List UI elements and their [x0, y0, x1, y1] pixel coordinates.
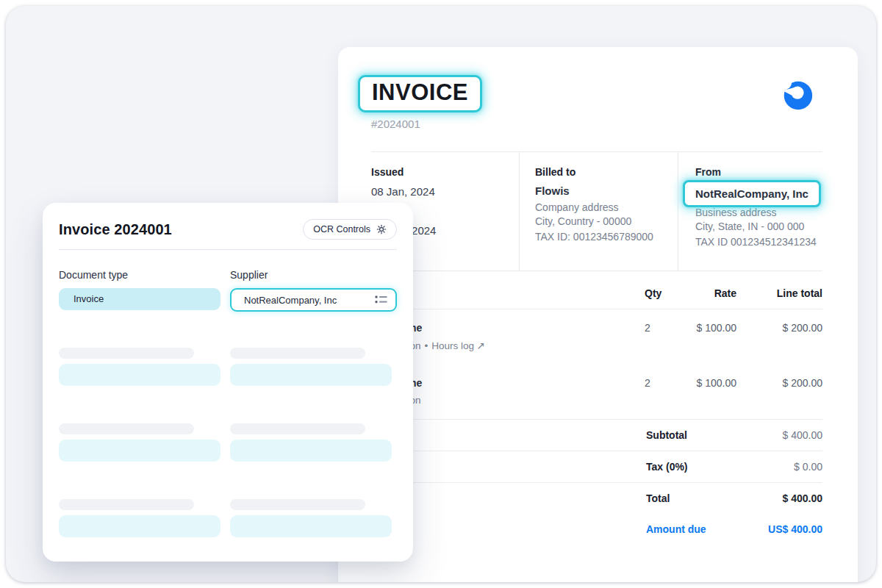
- total-label: Total: [646, 492, 783, 504]
- item-qty: 2: [645, 322, 687, 334]
- skeleton-label-bar: [230, 348, 365, 359]
- amount-due-row: Amount due US$ 400.00: [371, 514, 822, 545]
- supplier-input[interactable]: NotRealCompany, Inc: [230, 288, 397, 312]
- panel-title: Invoice 2024001: [59, 221, 172, 238]
- table-row: Item name Description 2 $ 100.00 $ 200.0…: [371, 365, 822, 420]
- subtotal-label: Subtotal: [646, 429, 783, 441]
- flowis-logo-icon: [778, 76, 815, 113]
- subtotal-row: Subtotal $ 400.00: [371, 420, 822, 451]
- billed-to-address-2: City, Country - 00000: [535, 215, 678, 228]
- invoice-title: INVOICE: [372, 79, 468, 106]
- issued-label: Issued: [371, 166, 519, 178]
- billed-to-tax-id: TAX ID: 00123456789000: [535, 230, 678, 243]
- item-rate: $ 100.00: [687, 377, 736, 389]
- skeleton-label-bar: [230, 499, 365, 510]
- table-row: Item name Description•Hours log ↗ 2 $ 10…: [371, 309, 822, 365]
- header-qty: Qty: [645, 287, 687, 299]
- invoice-document: INVOICE #2024001 Issued 08 Jan, 2024 08 …: [338, 47, 858, 582]
- ocr-controls-button[interactable]: OCR Controls: [303, 219, 397, 240]
- document-type-label: Document type: [59, 269, 230, 281]
- skeleton-label-bar: [59, 423, 194, 434]
- billed-to-block: Billed to Flowis Company address City, C…: [519, 152, 678, 270]
- skeleton-field-row: [59, 499, 397, 537]
- issued-date: 08 Jan, 2024: [371, 185, 519, 198]
- billed-to-name: Flowis: [535, 184, 678, 197]
- skeleton-label-bar: [59, 499, 194, 510]
- amount-due-label: Amount due: [646, 523, 768, 535]
- ocr-panel: Invoice 2024001 OCR Controls Document ty…: [43, 203, 413, 562]
- tax-row: Tax (0%) $ 0.00: [371, 451, 822, 483]
- from-block: From NotRealCompany, Inc Business addres…: [678, 152, 822, 270]
- tax-label: Tax (0%): [646, 461, 794, 473]
- invoice-header: INVOICE #2024001: [371, 75, 822, 130]
- billed-to-label: Billed to: [535, 166, 678, 178]
- item-line-total: $ 200.00: [736, 322, 822, 334]
- from-label: From: [695, 166, 822, 178]
- skeleton-value-bar: [59, 364, 220, 386]
- supplier-label: Supplier: [230, 269, 397, 281]
- from-tax-id: TAX ID 001234512341234: [695, 235, 822, 248]
- from-address-2: City, State, IN - 000 000: [695, 220, 822, 233]
- skeleton-value-bar: [59, 515, 220, 537]
- item-line-total: $ 200.00: [736, 377, 822, 389]
- skeleton-field-row: [59, 348, 397, 386]
- gear-icon: [376, 224, 387, 234]
- header-line-total: Line total: [736, 287, 822, 299]
- document-type-field: Document type Invoice: [59, 269, 230, 312]
- skeleton-value-bar: [230, 440, 392, 462]
- skeleton-field-row: [59, 423, 397, 462]
- skeleton-label-bar: [230, 423, 365, 434]
- ocr-controls-label: OCR Controls: [313, 224, 370, 234]
- item-qty: 2: [645, 377, 687, 389]
- skeleton-value-bar: [230, 515, 392, 537]
- total-row: Total $ 400.00: [371, 483, 822, 514]
- from-name: NotRealCompany, Inc: [695, 187, 808, 200]
- skeleton-value-bar: [230, 364, 392, 386]
- hours-log-link[interactable]: Hours log: [431, 340, 474, 351]
- supplier-field: Supplier NotRealCompany, Inc: [230, 269, 397, 312]
- amount-due-value: US$ 400.00: [768, 523, 822, 535]
- total-value: $ 400.00: [783, 492, 823, 504]
- skeleton-label-bar: [59, 348, 194, 359]
- table-header-row: Qty Rate Line total: [371, 287, 822, 309]
- invoice-title-highlight[interactable]: INVOICE: [358, 75, 482, 112]
- tax-value: $ 0.00: [794, 461, 822, 473]
- panel-divider: [59, 249, 397, 250]
- header-rate: Rate: [687, 287, 736, 299]
- document-type-value[interactable]: Invoice: [59, 288, 220, 310]
- invoice-number: #2024001: [371, 118, 822, 130]
- line-items-table: Qty Rate Line total Item name Descriptio…: [371, 287, 822, 545]
- supplier-name-highlight[interactable]: NotRealCompany, Inc: [683, 180, 821, 207]
- bullet-separator: •: [425, 340, 429, 351]
- supplier-value: NotRealCompany, Inc: [244, 295, 337, 306]
- external-link-icon: ↗: [477, 340, 485, 351]
- skeleton-value-bar: [59, 440, 220, 462]
- item-rate: $ 100.00: [687, 322, 736, 334]
- app-canvas: INVOICE #2024001 Issued 08 Jan, 2024 08 …: [6, 6, 876, 582]
- billed-to-address-1: Company address: [535, 201, 678, 214]
- invoice-meta-section: Issued 08 Jan, 2024 08 Feb, 2024 Billed …: [371, 151, 822, 271]
- list-icon[interactable]: [375, 295, 387, 305]
- subtotal-value: $ 400.00: [783, 429, 823, 441]
- from-address-1: Business address: [695, 206, 822, 219]
